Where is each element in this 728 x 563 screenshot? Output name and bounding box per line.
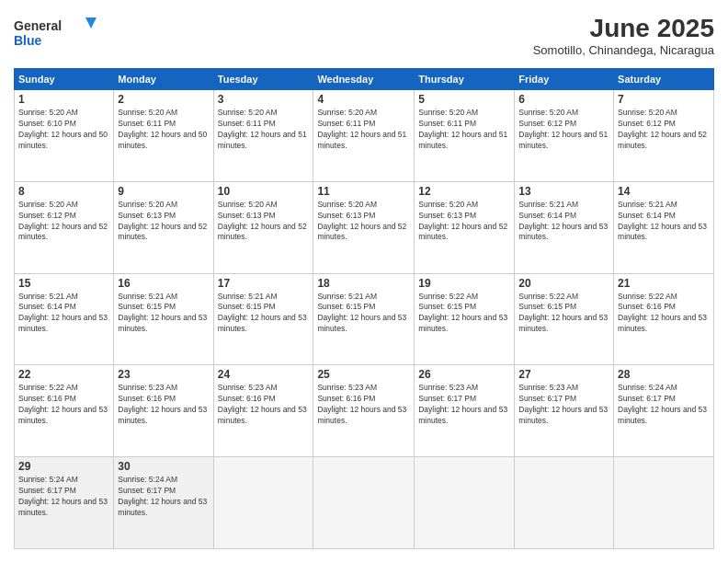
day-info: Sunrise: 5:21 AMSunset: 6:14 PMDaylight:…	[618, 200, 710, 244]
table-row: 29 Sunrise: 5:24 AMSunset: 6:17 PMDaylig…	[15, 457, 114, 549]
table-row: 14 Sunrise: 5:21 AMSunset: 6:14 PMDaylig…	[614, 181, 714, 273]
table-row: 21 Sunrise: 5:22 AMSunset: 6:16 PMDaylig…	[614, 273, 714, 365]
day-number: 13	[518, 185, 609, 198]
table-row: 5 Sunrise: 5:20 AMSunset: 6:11 PMDayligh…	[415, 90, 515, 182]
col-wednesday: Wednesday	[313, 69, 415, 90]
day-info: Sunrise: 5:23 AMSunset: 6:17 PMDaylight:…	[518, 383, 609, 427]
table-row: 12 Sunrise: 5:20 AMSunset: 6:13 PMDaylig…	[415, 181, 515, 273]
day-number: 27	[518, 368, 609, 381]
day-number: 15	[18, 277, 109, 290]
day-info: Sunrise: 5:20 AMSunset: 6:12 PMDaylight:…	[618, 108, 710, 152]
day-info: Sunrise: 5:21 AMSunset: 6:14 PMDaylight:…	[18, 292, 109, 336]
col-friday: Friday	[515, 69, 614, 90]
day-info: Sunrise: 5:23 AMSunset: 6:16 PMDaylight:…	[118, 383, 209, 427]
table-row: 11 Sunrise: 5:20 AMSunset: 6:13 PMDaylig…	[313, 181, 415, 273]
col-monday: Monday	[114, 69, 213, 90]
day-info: Sunrise: 5:21 AMSunset: 6:15 PMDaylight:…	[118, 292, 209, 336]
table-row: 6 Sunrise: 5:20 AMSunset: 6:12 PMDayligh…	[515, 90, 614, 182]
day-number: 14	[618, 185, 710, 198]
day-info: Sunrise: 5:22 AMSunset: 6:16 PMDaylight:…	[618, 292, 710, 336]
week-row-3: 15 Sunrise: 5:21 AMSunset: 6:14 PMDaylig…	[15, 273, 714, 365]
table-row	[415, 457, 515, 549]
day-number: 28	[618, 368, 710, 381]
day-info: Sunrise: 5:20 AMSunset: 6:11 PMDaylight:…	[118, 108, 209, 152]
table-row	[515, 457, 614, 549]
table-row: 28 Sunrise: 5:24 AMSunset: 6:17 PMDaylig…	[614, 365, 714, 457]
week-row-2: 8 Sunrise: 5:20 AMSunset: 6:12 PMDayligh…	[15, 181, 714, 273]
day-number: 17	[218, 277, 310, 290]
day-number: 30	[118, 460, 209, 473]
day-number: 11	[317, 185, 410, 198]
table-row: 18 Sunrise: 5:21 AMSunset: 6:15 PMDaylig…	[313, 273, 415, 365]
table-row: 20 Sunrise: 5:22 AMSunset: 6:15 PMDaylig…	[515, 273, 614, 365]
day-info: Sunrise: 5:22 AMSunset: 6:15 PMDaylight:…	[518, 292, 609, 336]
table-row: 2 Sunrise: 5:20 AMSunset: 6:11 PMDayligh…	[114, 90, 213, 182]
logo: General Blue	[14, 14, 97, 59]
day-number: 7	[618, 93, 710, 106]
table-row: 13 Sunrise: 5:21 AMSunset: 6:14 PMDaylig…	[515, 181, 614, 273]
day-number: 12	[418, 185, 510, 198]
day-number: 23	[118, 368, 209, 381]
day-info: Sunrise: 5:20 AMSunset: 6:11 PMDaylight:…	[418, 108, 510, 152]
week-row-4: 22 Sunrise: 5:22 AMSunset: 6:16 PMDaylig…	[15, 365, 714, 457]
table-row: 3 Sunrise: 5:20 AMSunset: 6:11 PMDayligh…	[213, 90, 313, 182]
page: General Blue June 2025 Somotillo, Chinan…	[0, 0, 728, 563]
day-number: 16	[118, 277, 209, 290]
table-row: 7 Sunrise: 5:20 AMSunset: 6:12 PMDayligh…	[614, 90, 714, 182]
col-sunday: Sunday	[15, 69, 114, 90]
week-row-1: 1 Sunrise: 5:20 AMSunset: 6:10 PMDayligh…	[15, 90, 714, 182]
day-number: 25	[317, 368, 410, 381]
day-number: 6	[518, 93, 609, 106]
table-row: 16 Sunrise: 5:21 AMSunset: 6:15 PMDaylig…	[114, 273, 213, 365]
svg-text:Blue: Blue	[14, 33, 42, 48]
day-number: 9	[118, 185, 209, 198]
day-number: 8	[18, 185, 109, 198]
table-row: 23 Sunrise: 5:23 AMSunset: 6:16 PMDaylig…	[114, 365, 213, 457]
day-number: 18	[317, 277, 410, 290]
table-row	[614, 457, 714, 549]
logo-block: General Blue	[14, 14, 97, 59]
day-info: Sunrise: 5:20 AMSunset: 6:12 PMDaylight:…	[18, 200, 109, 244]
day-info: Sunrise: 5:20 AMSunset: 6:12 PMDaylight:…	[518, 108, 609, 152]
col-thursday: Thursday	[415, 69, 515, 90]
day-info: Sunrise: 5:20 AMSunset: 6:13 PMDaylight:…	[317, 200, 410, 244]
calendar-table: Sunday Monday Tuesday Wednesday Thursday…	[14, 68, 714, 549]
day-number: 5	[418, 93, 510, 106]
col-tuesday: Tuesday	[213, 69, 313, 90]
day-info: Sunrise: 5:23 AMSunset: 6:17 PMDaylight:…	[418, 383, 510, 427]
day-number: 22	[18, 368, 109, 381]
day-info: Sunrise: 5:20 AMSunset: 6:11 PMDaylight:…	[317, 108, 410, 152]
day-info: Sunrise: 5:21 AMSunset: 6:15 PMDaylight:…	[218, 292, 310, 336]
table-row: 30 Sunrise: 5:24 AMSunset: 6:17 PMDaylig…	[114, 457, 213, 549]
day-info: Sunrise: 5:20 AMSunset: 6:13 PMDaylight:…	[218, 200, 310, 244]
table-row: 9 Sunrise: 5:20 AMSunset: 6:13 PMDayligh…	[114, 181, 213, 273]
table-row: 26 Sunrise: 5:23 AMSunset: 6:17 PMDaylig…	[415, 365, 515, 457]
col-saturday: Saturday	[614, 69, 714, 90]
svg-text:General: General	[14, 18, 62, 33]
day-number: 1	[18, 93, 109, 106]
day-number: 29	[18, 460, 109, 473]
table-row: 22 Sunrise: 5:22 AMSunset: 6:16 PMDaylig…	[15, 365, 114, 457]
day-number: 3	[218, 93, 310, 106]
day-info: Sunrise: 5:20 AMSunset: 6:13 PMDaylight:…	[118, 200, 209, 244]
table-row: 19 Sunrise: 5:22 AMSunset: 6:15 PMDaylig…	[415, 273, 515, 365]
day-info: Sunrise: 5:22 AMSunset: 6:15 PMDaylight:…	[418, 292, 510, 336]
table-row: 4 Sunrise: 5:20 AMSunset: 6:11 PMDayligh…	[313, 90, 415, 182]
day-info: Sunrise: 5:21 AMSunset: 6:15 PMDaylight:…	[317, 292, 410, 336]
table-row: 25 Sunrise: 5:23 AMSunset: 6:16 PMDaylig…	[313, 365, 415, 457]
day-number: 24	[218, 368, 310, 381]
table-row: 8 Sunrise: 5:20 AMSunset: 6:12 PMDayligh…	[15, 181, 114, 273]
day-number: 26	[418, 368, 510, 381]
svg-marker-1	[85, 17, 97, 29]
day-info: Sunrise: 5:22 AMSunset: 6:16 PMDaylight:…	[18, 383, 109, 427]
table-row: 10 Sunrise: 5:20 AMSunset: 6:13 PMDaylig…	[213, 181, 313, 273]
day-info: Sunrise: 5:23 AMSunset: 6:16 PMDaylight:…	[317, 383, 410, 427]
day-info: Sunrise: 5:20 AMSunset: 6:10 PMDaylight:…	[18, 108, 109, 152]
header: General Blue June 2025 Somotillo, Chinan…	[14, 14, 714, 59]
table-row	[213, 457, 313, 549]
day-info: Sunrise: 5:24 AMSunset: 6:17 PMDaylight:…	[18, 475, 109, 519]
month-year: June 2025	[533, 14, 714, 43]
day-number: 2	[118, 93, 209, 106]
day-number: 4	[317, 93, 410, 106]
table-row: 24 Sunrise: 5:23 AMSunset: 6:16 PMDaylig…	[213, 365, 313, 457]
